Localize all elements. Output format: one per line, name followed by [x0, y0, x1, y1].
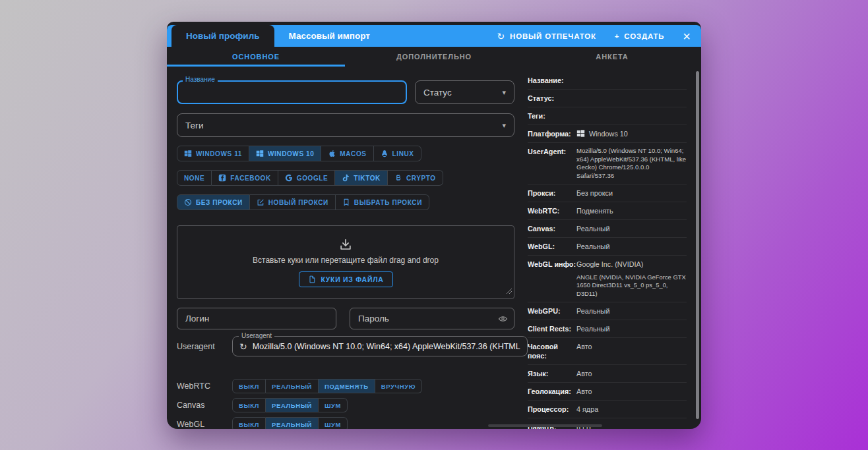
facebook-icon — [218, 174, 226, 182]
new-fingerprint-button[interactable]: ↻ НОВЫЙ ОТПЕЧАТОК — [497, 32, 596, 41]
platform-option-none[interactable]: NONE — [177, 170, 212, 186]
resize-grip-icon[interactable] — [506, 285, 512, 297]
os-button-group: WINDOWS 11WINDOWS 10MACOSLINUX — [177, 146, 421, 161]
platform-option-google[interactable]: GOOGLE — [278, 170, 336, 186]
proxy-option-no-proxy[interactable]: БЕЗ ПРОКСИ — [177, 194, 250, 210]
useragent-field-label: Useragent — [239, 332, 274, 340]
profile-name-field: Название — [177, 80, 407, 104]
useragent-row-label: Useragent — [177, 342, 232, 351]
proxy-option-label: БЕЗ ПРОКСИ — [196, 199, 243, 206]
tab-additional[interactable]: ДОПОЛНИТЕЛЬНО — [345, 47, 523, 67]
platform-option-facebook[interactable]: FACEBOOK — [212, 170, 278, 186]
os-option-macos[interactable]: MACOS — [321, 146, 373, 161]
platform-option-label: GOOGLE — [297, 175, 328, 182]
summary-value-geolocation: Авто — [576, 387, 687, 396]
summary-value-cpu: 4 ядра — [576, 405, 687, 414]
summary-label-webgpu: WebGPU: — [528, 306, 576, 316]
download-icon — [338, 238, 353, 252]
summary-label-webrtc: WebRTC: — [528, 206, 576, 215]
eye-icon[interactable] — [498, 314, 508, 323]
webgl-button-group: ВЫКЛРЕАЛЬНЫЙШУМ — [232, 417, 348, 429]
platform-option-crypto[interactable]: CRYPTO — [388, 170, 443, 186]
new-profile-dialog: Новый профиль Массовый импорт ↻ НОВЫЙ ОТ… — [167, 22, 701, 429]
summary-row-language: Язык:Авто — [528, 365, 687, 383]
tags-select[interactable]: Теги ▾ — [177, 113, 514, 137]
platform-button-group: NONEFACEBOOKGOOGLETIKTOKCRYPTO — [177, 170, 443, 186]
canvas-option-off[interactable]: ВЫКЛ — [232, 398, 266, 412]
tab-main[interactable]: ОСНОВНОЕ — [167, 47, 345, 67]
profile-name-input[interactable] — [177, 80, 407, 104]
tab-questionnaire[interactable]: АНКЕТА — [523, 47, 701, 67]
section-tabs: ОСНОВНОЕ ДОПОЛНИТЕЛЬНО АНКЕТА — [167, 47, 701, 67]
password-input[interactable] — [350, 308, 514, 329]
chevron-down-icon: ▾ — [502, 88, 506, 97]
tab-mass-import[interactable]: Массовый импорт — [274, 25, 385, 47]
canvas-option-real[interactable]: РЕАЛЬНЫЙ — [266, 398, 319, 412]
summary-value-timezone: Авто — [576, 342, 687, 351]
summary-row-client-rects: Client Rects:Реальный — [528, 320, 687, 338]
block-icon — [184, 198, 192, 206]
plus-icon: + — [615, 32, 620, 40]
create-button[interactable]: + СОЗДАТЬ — [615, 32, 665, 40]
summary-label-timezone: Часовой пояс: — [528, 342, 576, 360]
cookies-from-file-button[interactable]: КУКИ ИЗ ФАЙЛА — [299, 271, 393, 287]
proxy-option-new-proxy[interactable]: НОВЫЙ ПРОКСИ — [250, 194, 336, 210]
login-input[interactable] — [177, 308, 336, 329]
summary-value-webrtc: Подменять — [576, 206, 687, 215]
file-icon — [308, 275, 316, 283]
refresh-icon: ↻ — [497, 32, 506, 41]
summary-scrollbar[interactable] — [696, 71, 699, 419]
status-select[interactable]: Статус ▾ — [415, 80, 514, 104]
os-option-label: MACOS — [340, 150, 366, 157]
fingerprint-toggle-rows: WebRTCВЫКЛРЕАЛЬНЫЙПОДМЕНЯТЬВРУЧНУЮCanvas… — [177, 379, 514, 429]
desktop-background: { "colors":{"accent":"#2f9bf4","modal_bg… — [0, 0, 868, 450]
tab-new-profile[interactable]: Новый профиль — [171, 25, 274, 47]
refresh-icon[interactable]: ↻ — [239, 342, 247, 351]
new-fingerprint-label: НОВЫЙ ОТПЕЧАТОК — [510, 32, 596, 40]
chevron-down-icon: ▾ — [502, 121, 506, 130]
proxy-option-choose-proxy[interactable]: ВЫБРАТЬ ПРОКСИ — [336, 194, 429, 210]
summary-label-tags: Теги: — [528, 111, 576, 121]
platform-option-tiktok[interactable]: TIKTOK — [335, 170, 388, 186]
proxy-option-label: ВЫБРАТЬ ПРОКСИ — [354, 199, 422, 206]
webrtc-option-manual[interactable]: ВРУЧНУЮ — [375, 379, 422, 393]
summary-label-webgl-info: WebGL инфо: — [528, 260, 576, 269]
os-option-linux[interactable]: LINUX — [374, 146, 421, 161]
os-option-windows-11[interactable]: WINDOWS 11 — [177, 146, 249, 161]
useragent-field[interactable]: Useragent ↻ Mozilla/5.0 (Windows NT 10.0… — [232, 336, 528, 356]
webgl-toggle-row: WebGLВЫКЛРЕАЛЬНЫЙШУМ — [177, 417, 514, 429]
os-option-windows-10[interactable]: WINDOWS 10 — [249, 146, 321, 161]
webgl-option-noise[interactable]: ШУМ — [319, 417, 348, 429]
windows-icon — [256, 150, 264, 157]
cookies-dropzone[interactable]: Вставьте куки или перетащите файл drag a… — [177, 225, 514, 299]
webrtc-button-group: ВЫКЛРЕАЛЬНЫЙПОДМЕНЯТЬВРУЧНУЮ — [232, 379, 422, 393]
summary-label-webgl: WebGL: — [528, 242, 576, 251]
webrtc-option-spoof[interactable]: ПОДМЕНЯТЬ — [319, 379, 375, 393]
close-icon[interactable]: × — [683, 30, 691, 43]
dialog-content: Название Статус ▾ Теги ▾ WINDOWS 11WINDO… — [167, 67, 701, 429]
summary-row-platform: Платформа:Windows 10 — [528, 125, 687, 143]
summary-label-status: Статус: — [528, 94, 576, 103]
os-option-label: LINUX — [392, 150, 414, 157]
summary-row-cpu: Процессор:4 ядра — [528, 401, 687, 418]
create-label: СОЗДАТЬ — [624, 32, 664, 40]
summary-row-useragent: UserAgent:Mozilla/5.0 (Windows NT 10.0; … — [528, 143, 687, 184]
platform-option-label: NONE — [184, 175, 204, 182]
horizontal-scrollbar[interactable] — [488, 424, 602, 427]
webrtc-option-off[interactable]: ВЫКЛ — [232, 379, 266, 393]
os-option-label: WINDOWS 10 — [268, 150, 314, 157]
canvas-option-noise[interactable]: ШУМ — [319, 398, 348, 412]
summary-value-proxy: Без прокси — [576, 188, 687, 198]
dropzone-hint: Вставьте куки или перетащите файл drag a… — [253, 256, 439, 265]
tags-select-value: Теги — [185, 121, 203, 130]
platform-option-label: FACEBOOK — [230, 175, 270, 182]
webgl-option-off[interactable]: ВЫКЛ — [232, 417, 266, 429]
profile-form: Название Статус ▾ Теги ▾ WINDOWS 11WINDO… — [167, 67, 518, 429]
webrtc-option-real[interactable]: РЕАЛЬНЫЙ — [266, 379, 319, 393]
summary-value-language: Авто — [576, 369, 687, 378]
titlebar-actions: ↻ НОВЫЙ ОТПЕЧАТОК + СОЗДАТЬ × — [497, 25, 701, 47]
canvas-label: Canvas — [177, 401, 232, 410]
summary-label-canvas: Canvas: — [528, 224, 576, 233]
webgl-option-real[interactable]: РЕАЛЬНЫЙ — [266, 417, 319, 429]
summary-value-webgpu: Реальный — [576, 306, 687, 316]
